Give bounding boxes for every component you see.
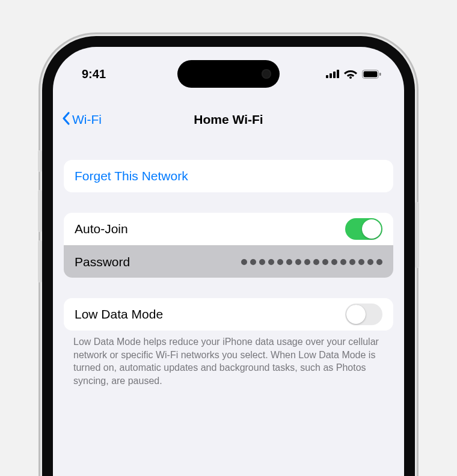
silent-switch[interactable] — [38, 150, 42, 172]
low-data-footer: Low Data Mode helps reduce your iPhone d… — [73, 335, 384, 387]
forget-group: Forget This Network — [64, 160, 393, 192]
wifi-icon — [344, 69, 357, 79]
side-button[interactable] — [415, 202, 419, 268]
password-row[interactable]: Password — [64, 245, 393, 278]
password-label: Password — [75, 255, 130, 269]
page-title: Home Wi-Fi — [194, 112, 263, 127]
svg-rect-7 — [379, 73, 381, 76]
forget-network-label: Forget This Network — [75, 169, 188, 183]
cellular-icon — [326, 70, 339, 78]
svg-rect-3 — [337, 70, 339, 78]
screen: 9:41 — [53, 47, 404, 476]
join-group: Auto-Join Password — [64, 213, 393, 278]
low-data-label: Low Data Mode — [75, 307, 163, 322]
phone-frame: 9:41 — [42, 36, 415, 476]
svg-rect-6 — [364, 71, 378, 77]
back-button[interactable]: Wi-Fi — [61, 105, 102, 135]
nav-bar: Wi-Fi Home Wi-Fi — [53, 105, 404, 135]
low-data-row: Low Data Mode — [64, 298, 393, 331]
back-label: Wi-Fi — [72, 112, 102, 127]
svg-point-4 — [349, 76, 352, 79]
svg-rect-1 — [330, 73, 332, 78]
chevron-left-icon — [61, 111, 71, 129]
low-data-group: Low Data Mode — [64, 298, 393, 331]
status-bar: 9:41 — [53, 47, 404, 101]
content: Forget This Network Auto-Join Password — [53, 143, 404, 476]
forget-network-button[interactable]: Forget This Network — [64, 160, 393, 192]
svg-rect-0 — [326, 75, 328, 78]
volume-down-button[interactable] — [38, 240, 42, 282]
password-masked-value — [241, 259, 382, 265]
svg-rect-2 — [333, 72, 336, 78]
auto-join-label: Auto-Join — [75, 222, 128, 236]
low-data-toggle[interactable] — [345, 304, 382, 325]
volume-up-button[interactable] — [38, 190, 42, 232]
status-time: 9:41 — [82, 67, 106, 81]
auto-join-row: Auto-Join — [64, 213, 393, 245]
auto-join-toggle[interactable] — [345, 218, 382, 240]
battery-icon — [362, 70, 381, 79]
